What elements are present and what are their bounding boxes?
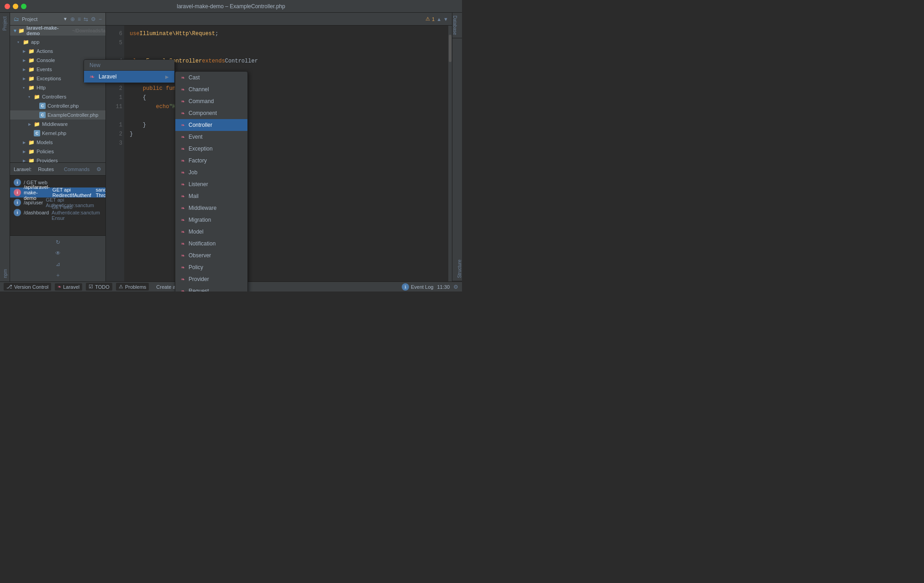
locate-icon[interactable]: ⊕ bbox=[70, 16, 75, 22]
submenu-item-middleware-left: ❧ Middleware bbox=[181, 205, 216, 211]
version-control-tab[interactable]: ⎇ Version Control bbox=[4, 283, 51, 291]
warning-indicator: ⚠ 1 bbox=[425, 16, 435, 22]
submenu-item-command[interactable]: ❧ Command bbox=[175, 95, 247, 107]
submenu-item-listener[interactable]: ❧ Listener bbox=[175, 178, 247, 190]
submenu-item-migration[interactable]: ❧ Migration bbox=[175, 214, 247, 226]
tree-item-actions[interactable]: ▶ 📁 Actions bbox=[10, 47, 105, 56]
tab-routes[interactable]: Routes bbox=[34, 164, 58, 174]
collapse-all-icon[interactable]: ≡ bbox=[78, 16, 81, 22]
arrow-controllers: ▾ bbox=[28, 95, 34, 99]
arrow-policies: ▶ bbox=[23, 150, 28, 154]
nav-up-icon[interactable]: ▲ bbox=[436, 16, 441, 22]
nav-down-icon[interactable]: ▼ bbox=[443, 16, 448, 22]
folder-icon-providers: 📁 bbox=[28, 158, 35, 163]
tree-item-policies[interactable]: ▶ 📁 Policies bbox=[10, 147, 105, 156]
submenu-item-request[interactable]: ❧ Request bbox=[175, 285, 247, 292]
arrow-http: ▾ bbox=[23, 86, 28, 90]
submenu-label-factory: Factory bbox=[189, 157, 207, 164]
route-badge-3: i bbox=[14, 199, 21, 206]
route-path-4: /dashboard bbox=[24, 210, 49, 215]
submenu-label-observer: Observer bbox=[189, 252, 211, 259]
submenu-item-channel[interactable]: ❧ Channel bbox=[175, 83, 247, 95]
tab-commands[interactable]: Commands bbox=[60, 164, 93, 174]
submenu-item-middleware[interactable]: ❧ Middleware bbox=[175, 202, 247, 214]
context-menu-new: New ❧ Laravel ▶ bbox=[84, 59, 175, 83]
folder-icon-exceptions: 📁 bbox=[28, 76, 35, 82]
settings-icon[interactable]: ⚙ bbox=[91, 16, 96, 22]
project-panel-header: 🗂 Project ▼ ⊕ ≡ ⇆ ⚙ − bbox=[10, 13, 105, 26]
route-item-api[interactable]: i /api/laravel-make-demo GET api Redirec… bbox=[10, 187, 105, 198]
laravel-icon-middleware: ❧ bbox=[181, 205, 185, 211]
editor-scrollbar[interactable] bbox=[448, 26, 452, 281]
tree-item-controller-php[interactable]: C Controller.php bbox=[10, 101, 105, 110]
submenu-item-component[interactable]: ❧ Component bbox=[175, 107, 247, 119]
database-tab[interactable]: Database bbox=[452, 13, 462, 38]
clock-time: 11:30 bbox=[437, 284, 450, 290]
tree-item-providers[interactable]: ▶ 📁 Providers bbox=[10, 156, 105, 162]
laravel-icon-mail: ❧ bbox=[181, 193, 185, 199]
file-icon-controller: C bbox=[39, 103, 46, 109]
laravel-label: Laravel: bbox=[14, 167, 31, 172]
maximize-button[interactable] bbox=[21, 4, 26, 9]
submenu-item-model[interactable]: ❧ Model bbox=[175, 226, 247, 238]
minimize-button[interactable] bbox=[13, 4, 18, 9]
version-control-label: Version Control bbox=[14, 284, 48, 290]
eye-icon[interactable]: 👁 bbox=[53, 249, 63, 258]
expand-icon[interactable]: ⇆ bbox=[84, 16, 88, 22]
submenu-item-factory[interactable]: ❧ Factory bbox=[175, 155, 247, 167]
submenu-label-provider: Provider bbox=[189, 276, 209, 282]
label-kernel-php: Kernel.php bbox=[42, 130, 66, 136]
label-exceptions: Exceptions bbox=[37, 76, 61, 81]
submenu-item-policy[interactable]: ❧ Policy bbox=[175, 261, 247, 273]
submenu-item-controller[interactable]: ❧ Controller bbox=[175, 119, 247, 131]
event-log-section[interactable]: 1 Event Log bbox=[402, 283, 434, 291]
submenu-item-cast-left: ❧ Cast bbox=[181, 74, 200, 81]
arrow-actions: ▶ bbox=[23, 49, 28, 53]
project-dropdown-icon[interactable]: ▼ bbox=[63, 16, 68, 21]
problems-tab[interactable]: ⚠ Problems bbox=[116, 283, 149, 291]
submenu-label-command: Command bbox=[189, 98, 214, 104]
event-log-badge: 1 bbox=[402, 283, 409, 291]
menu-item-laravel[interactable]: ❧ Laravel ▶ bbox=[84, 71, 174, 83]
project-panel-label[interactable]: Project bbox=[2, 13, 7, 34]
project-header-icons: ⊕ ≡ ⇆ ⚙ − bbox=[70, 16, 102, 22]
close-button[interactable] bbox=[5, 4, 10, 9]
laravel-logo-icon: ❧ bbox=[89, 73, 95, 80]
tree-item-example-controller[interactable]: C ExampleController.php bbox=[10, 110, 105, 120]
submenu-item-observer-left: ❧ Observer bbox=[181, 252, 211, 259]
close-panel-icon[interactable]: − bbox=[99, 16, 102, 22]
filter-icon[interactable]: ⊿ bbox=[53, 260, 63, 269]
todo-tab[interactable]: ☑ TODO bbox=[86, 283, 112, 291]
editor-area: ⚠ 1 ▲ ▼ 6 5 4 2 1 11 1 2 3 bbox=[106, 13, 452, 281]
tree-item-app[interactable]: ▾ 📁 app bbox=[10, 37, 105, 47]
structure-tab[interactable]: Structure bbox=[452, 257, 462, 281]
project-root[interactable]: ▾ 📁 laravel-make-demo ~/Downloads/la bbox=[10, 26, 105, 36]
submenu-label-request: Request bbox=[189, 288, 209, 292]
scrollbar-thumb[interactable] bbox=[449, 35, 452, 62]
submenu-item-mail[interactable]: ❧ Mail bbox=[175, 190, 247, 202]
submenu-item-cast[interactable]: ❧ Cast bbox=[175, 72, 247, 83]
laravel-icon-controller: ❧ bbox=[181, 122, 185, 128]
settings-icon-bottom[interactable]: ⚙ bbox=[94, 165, 103, 174]
event-log-label: Event Log bbox=[411, 284, 434, 290]
laravel-icon-policy: ❧ bbox=[181, 265, 185, 271]
code-line-5 bbox=[130, 38, 443, 47]
submenu-item-observer[interactable]: ❧ Observer bbox=[175, 250, 247, 261]
tree-item-kernel-php[interactable]: C Kernel.php bbox=[10, 129, 105, 138]
refresh-icon[interactable]: ↻ bbox=[53, 238, 63, 247]
npm-label[interactable]: npm bbox=[3, 267, 8, 280]
tree-item-middleware[interactable]: ▶ 📁 Middleware bbox=[10, 120, 105, 129]
add-icon-bottom[interactable]: ＋ bbox=[53, 271, 63, 280]
route-item-dashboard[interactable]: i /dashboard GET web Authenticate:sanctu… bbox=[10, 208, 105, 218]
submenu-item-exception[interactable]: ❧ Exception bbox=[175, 143, 247, 155]
submenu-item-notification[interactable]: ❧ Notification bbox=[175, 238, 247, 250]
laravel-status-tab[interactable]: ❧ Laravel bbox=[55, 283, 82, 291]
tree-item-models[interactable]: ▶ 📁 Models bbox=[10, 138, 105, 147]
tree-item-http[interactable]: ▾ 📁 Http bbox=[10, 83, 105, 92]
settings-icon-status[interactable]: ⚙ bbox=[453, 284, 458, 290]
submenu-item-event[interactable]: ❧ Event bbox=[175, 131, 247, 143]
submenu-item-job[interactable]: ❧ Job bbox=[175, 167, 247, 178]
submenu-item-provider[interactable]: ❧ Provider bbox=[175, 273, 247, 285]
submenu-item-listener-left: ❧ Listener bbox=[181, 181, 208, 187]
tree-item-controllers[interactable]: ▾ 📁 Controllers bbox=[10, 92, 105, 101]
